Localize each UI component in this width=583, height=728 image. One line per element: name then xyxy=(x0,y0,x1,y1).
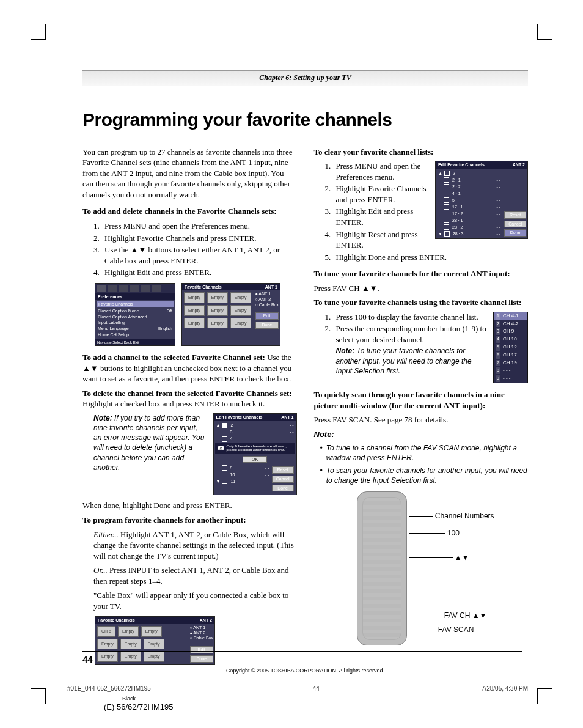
callout-favscan: FAV SCAN xyxy=(409,625,474,634)
right-column: To clear your favorite channel lists: Ed… xyxy=(314,147,529,665)
step: Use the ▲▼ buttons to select either ANT … xyxy=(105,245,297,266)
crop-mark xyxy=(31,688,46,704)
osd-favorite-channels-ant1: Favorite ChannelsANT 1 EmptyEmptyEmpty E… xyxy=(182,283,280,346)
intro-paragraph: You can program up to 27 channels as fav… xyxy=(82,147,297,200)
callout-favch: FAV CH ▲▼ xyxy=(409,611,487,620)
steps-add-delete: 1.Press MENU and open the Preferences me… xyxy=(82,221,297,278)
crop-mark xyxy=(537,688,552,704)
osd-edit-favorite-ant2: Edit Favorite ChannelsANT 2 ▲2- - 2 · 1-… xyxy=(435,161,528,239)
remote-control-diagram: Channel Numbers 100 ▲▼ FAV CH ▲▼ FAV SCA… xyxy=(351,491,510,650)
delete-channel-paragraph: To delete the channel from the selected … xyxy=(82,388,297,410)
heading-tune-current: To tune your favorite channels for the c… xyxy=(314,268,529,279)
crop-mark xyxy=(537,24,552,40)
content-columns: You can program up to 27 channels as fav… xyxy=(82,147,528,665)
heading-scan: To quickly scan through your favorite ch… xyxy=(314,389,529,411)
model-number: (E) 56/62/72HM195 xyxy=(104,702,173,713)
osd-favorite-channels-ant2: Favorite ChannelsANT 2 CH 6EmptyEmpty Em… xyxy=(95,616,215,664)
manual-page: Chapter 6: Setting up your TV Programmin… xyxy=(0,0,583,728)
copyright-footer: Copyright © 2005 TOSHIBA CORPORATION. Al… xyxy=(82,667,528,674)
osd-favorite-channel-list: 1CH 4-1 2CH 4-2 3CH 9 4CH 10 5CH 12 6CH … xyxy=(493,312,528,383)
step: Highlight Edit and press ENTER. xyxy=(105,267,297,278)
callout-channel-numbers: Channel Numbers xyxy=(409,511,494,521)
color-plate-label: Black xyxy=(122,695,136,702)
callout-arrows: ▲▼ xyxy=(409,553,469,562)
chapter-header: Chapter 6: Setting up your TV xyxy=(82,70,528,86)
osd-edit-favorite-ant1: Edit Favorite ChannelsANT 1 ▲2- - 3- - 4… xyxy=(213,413,297,496)
scan-body: Press FAV SCAN. See page 78 for details. xyxy=(314,414,529,425)
tune-current-body: Press FAV CH ▲▼. xyxy=(314,283,529,294)
left-column: You can program up to 27 channels as fav… xyxy=(82,147,297,665)
note-bullets: To tune to a channel from the FAV SCAN m… xyxy=(314,443,529,485)
note-and-osd-row: Note: If you try to add more than nine f… xyxy=(82,413,297,496)
page-title: Programming your favorite channels xyxy=(82,108,528,133)
crop-mark xyxy=(31,24,46,40)
title-rule xyxy=(82,134,528,134)
step: Highlight Favorite Channels and press EN… xyxy=(105,233,297,244)
osd-preferences: Preferences Favorite Channels Closed Cap… xyxy=(95,283,175,346)
heading-tune-list: To tune your favorite channels using the… xyxy=(314,297,529,308)
slugline: #01E_044-052_566272HM195 44 7/28/05, 4:3… xyxy=(67,685,528,693)
add-channel-paragraph: To add a channel to the selected Favorit… xyxy=(82,352,297,384)
heading-clear: To clear your favorite channel lists: xyxy=(314,147,529,158)
osd-row: Preferences Favorite Channels Closed Cap… xyxy=(95,283,297,346)
when-done: When done, highlight Done and press ENTE… xyxy=(82,500,297,511)
heading-another-input: To program favorite channels for another… xyxy=(82,515,297,526)
heading-add-delete: To add and delete channels in the Favori… xyxy=(82,206,297,217)
note-overflow: Note: If you try to add more than nine f… xyxy=(94,413,206,472)
osd-favorite-channels-ant2-wrapper: Favorite ChannelsANT 2 CH 6EmptyEmpty Em… xyxy=(95,616,297,664)
step: Press MENU and open the Preferences menu… xyxy=(105,221,297,232)
another-input-body: Either... Highlight ANT 1, ANT 2, or Cab… xyxy=(82,529,297,612)
remote-body-icon xyxy=(357,491,407,645)
page-number: 44 xyxy=(82,653,93,666)
note-heading: Note: xyxy=(314,429,529,440)
callout-100: 100 xyxy=(409,528,460,538)
